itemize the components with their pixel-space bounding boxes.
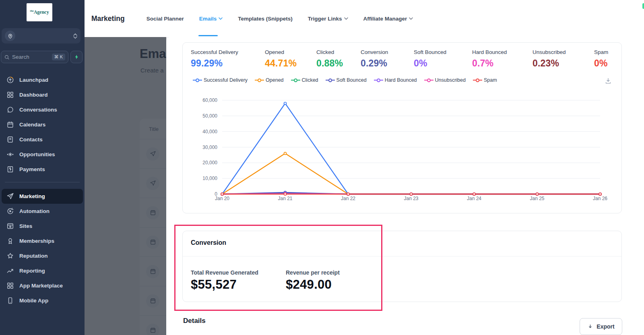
divider: [183, 256, 621, 256]
legend-marker: [291, 79, 300, 82]
sidebar-nav-bottom: Marketing Automation Sites Memberships R…: [2, 189, 83, 308]
chevron-down-icon: [219, 17, 223, 20]
sidebar-item-calendars[interactable]: Calendars: [2, 117, 83, 132]
svg-text:Jan 21: Jan 21: [278, 196, 292, 201]
search-input[interactable]: Search ⌘ K: [1, 51, 68, 63]
sidebar-item-dashboard[interactable]: Dashboard: [2, 87, 83, 102]
sidebar-item-launchpad[interactable]: Launchpad: [2, 72, 83, 87]
tab-templates-snippets[interactable]: Templates (Snippets): [238, 0, 293, 37]
svg-text:60,000: 60,000: [202, 97, 217, 103]
stat-conversion: Conversion 0.29%: [361, 49, 388, 69]
star-icon: [6, 252, 14, 260]
clipped-edge-element: [642, 3, 644, 9]
sidebar-divider: [5, 182, 80, 182]
tab-affiliate-manager[interactable]: Affiliate Manager: [363, 0, 413, 37]
paper-plane-icon: [6, 192, 14, 200]
sidebar-item-app-marketplace[interactable]: App Marketplace: [2, 278, 83, 293]
legend-marker: [473, 79, 482, 82]
stat-soft-bounced: Soft Bounced 0%: [414, 49, 446, 69]
mobile-phone-icon: [6, 297, 14, 304]
dashboard-icon: [6, 91, 14, 99]
tab-trigger-links[interactable]: Trigger Links: [308, 0, 348, 37]
export-button[interactable]: Export: [580, 318, 622, 335]
sidebar-item-sites[interactable]: Sites: [2, 219, 83, 234]
sidebar-item-reputation[interactable]: Reputation: [2, 248, 83, 263]
sidebar-item-payments[interactable]: Payments: [2, 162, 83, 177]
medal-icon: [6, 237, 14, 245]
payments-icon: [6, 165, 14, 173]
download-chart-button[interactable]: [602, 75, 614, 87]
tab-social-planner[interactable]: Social Planner: [147, 0, 184, 37]
svg-text:20,000: 20,000: [202, 160, 217, 165]
legend-marker: [374, 79, 383, 82]
legend-clicked[interactable]: Clicked: [291, 77, 318, 83]
quick-actions-button[interactable]: [70, 51, 83, 63]
legend-marker: [424, 79, 433, 82]
sidebar-nav-top: Launchpad Dashboard Conversations Calend…: [2, 72, 83, 177]
sidebar-item-memberships[interactable]: Memberships: [2, 234, 83, 248]
email-stats-modal: Successful Delivery 99.29% Opened 44.71%…: [166, 37, 644, 335]
opportunities-icon: [6, 151, 14, 158]
sidebar-item-marketing[interactable]: Marketing: [2, 189, 83, 204]
account-expand-icon: [73, 33, 77, 39]
email-statistics-card: Successful Delivery 99.29% Opened 44.71%…: [182, 42, 622, 213]
svg-text:Jan 20: Jan 20: [215, 196, 229, 201]
search-shortcut-badge: ⌘ K: [52, 54, 65, 60]
trend-up-icon: [6, 267, 14, 275]
sidebar-item-contacts[interactable]: Contacts: [2, 132, 83, 147]
legend-unsubscribed[interactable]: Unsubscribed: [424, 77, 466, 83]
export-download-icon: [587, 324, 593, 330]
search-icon: [4, 54, 10, 60]
download-icon: [604, 77, 612, 85]
legend-spam[interactable]: Spam: [473, 77, 497, 83]
tab-emails[interactable]: Emails: [199, 0, 223, 37]
stat-hard-bounced: Hard Bounced 0.7%: [472, 49, 507, 69]
chevron-down-icon: [344, 17, 348, 20]
agency-logo[interactable]: theAgency: [27, 3, 52, 21]
svg-text:Jan 24: Jan 24: [467, 196, 481, 201]
legend-opened[interactable]: Opened: [255, 77, 283, 83]
svg-text:Jan 25: Jan 25: [530, 196, 544, 201]
account-switcher[interactable]: [2, 28, 80, 43]
modal-scrim[interactable]: [85, 37, 166, 335]
legend-soft-bounced[interactable]: Soft Bounced: [326, 77, 367, 83]
automation-icon: [6, 207, 14, 215]
chart-legend: Successful Delivery Opened Clicked Soft …: [193, 77, 497, 83]
launchpad-icon: [6, 76, 14, 84]
top-navigation: Marketing Social Planner Emails Template…: [85, 0, 644, 37]
svg-text:30,000: 30,000: [202, 145, 217, 150]
search-placeholder: Search: [12, 54, 29, 60]
sidebar-item-conversations[interactable]: Conversations: [2, 102, 83, 117]
sidebar-item-mobile-app[interactable]: Mobile App: [2, 293, 83, 308]
metric-total-revenue: Total Revenue Generated $55,527: [191, 269, 258, 292]
legend-marker: [326, 79, 335, 82]
svg-text:Jan 22: Jan 22: [341, 196, 355, 201]
sites-icon: [6, 222, 14, 230]
svg-text:40,000: 40,000: [202, 129, 217, 134]
metric-revenue-per-receipt: Revenue per receipt $249.00: [286, 269, 340, 292]
legend-hard-bounced[interactable]: Hard Bounced: [374, 77, 417, 83]
sidebar-item-opportunities[interactable]: Opportunities: [2, 147, 83, 162]
legend-marker: [193, 79, 202, 82]
svg-text:Jan 23: Jan 23: [404, 196, 418, 201]
stat-unsubscribed: Unsubscribed 0.23%: [533, 49, 566, 69]
svg-text:50,000: 50,000: [202, 113, 217, 119]
chevron-down-icon: [409, 17, 413, 20]
calendar-icon: [6, 121, 14, 128]
app-grid-icon: [6, 282, 14, 290]
legend-successful-delivery[interactable]: Successful Delivery: [193, 77, 248, 83]
page-title: Marketing: [91, 14, 125, 23]
details-heading: Details: [183, 317, 206, 325]
agency-logo-text: theAgency: [30, 9, 49, 15]
contacts-icon: [6, 136, 14, 143]
app-root: theAgency Search ⌘ K: [0, 0, 644, 335]
stat-spam: Spam 0%: [594, 49, 608, 69]
conversion-card-title: Conversion: [191, 239, 226, 246]
email-performance-line-chart[interactable]: 010,00020,00030,00040,00050,00060,000Jan…: [189, 95, 616, 205]
sidebar-item-reporting[interactable]: Reporting: [2, 263, 83, 278]
stat-opened: Opened 44.71%: [265, 49, 297, 69]
lightning-bolt-icon: [74, 54, 79, 60]
sidebar-item-automation[interactable]: Automation: [2, 204, 83, 219]
stat-successful-delivery: Successful Delivery 99.29%: [191, 49, 238, 69]
svg-text:Jan 26: Jan 26: [593, 196, 607, 201]
